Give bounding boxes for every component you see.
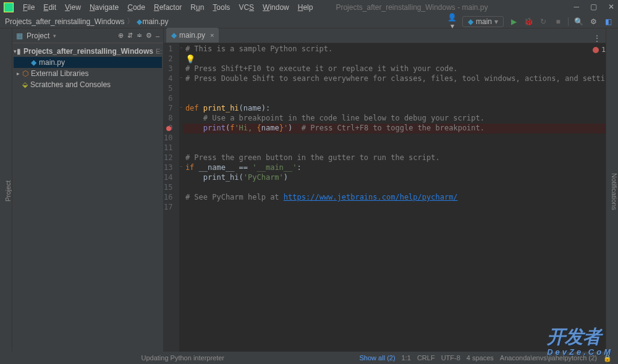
inspection-indicator[interactable]: 1 ˆ ˇ <box>593 46 606 54</box>
app-logo <box>4 2 14 12</box>
tree-ext-label: External Libraries <box>31 69 88 78</box>
menu-tools[interactable]: Tools <box>208 1 234 14</box>
collapse-all-icon[interactable]: ≑ <box>137 32 142 40</box>
dropdown-icon: ▾ <box>494 17 498 26</box>
stop-button[interactable]: ■ <box>553 17 563 26</box>
settings-icon[interactable]: ⚙ <box>588 17 598 26</box>
status-eol[interactable]: CRLF <box>417 354 435 362</box>
folder-icon: ▮ <box>17 47 21 56</box>
menu-vcs[interactable]: VCS <box>234 1 258 14</box>
status-encoding[interactable]: UTF-8 <box>441 354 460 362</box>
tab-list-icon[interactable]: ⋮ <box>593 34 601 43</box>
dropdown-icon[interactable]: ▾ <box>53 33 56 39</box>
status-message: Updating Python interpreter <box>6 354 360 362</box>
code-area[interactable]: 1234567891011121314151617 ---- 1 ˆ ˇ # T… <box>164 43 606 352</box>
more-run-icon[interactable]: ↻ <box>538 17 548 26</box>
project-pane: ▦ Project ▾ ⊕ ⇵ ≑ ⚙ – ▾ ▮ Projects_after… <box>12 28 164 352</box>
error-dot-icon <box>593 47 599 53</box>
maximize-button[interactable]: ▢ <box>590 2 597 11</box>
tab-label: main.py <box>179 31 205 40</box>
editor-tab-bar: ◆ main.py × ⋮ <box>164 28 606 43</box>
tree-root-path: E:\ ... \PyCh <box>156 48 162 55</box>
editor-area: ◆ main.py × ⋮ 1234567891011121314151617 … <box>164 28 606 352</box>
rail-notifications[interactable]: Notifications <box>611 169 618 214</box>
menu-refactor[interactable]: Refactor <box>150 1 186 14</box>
run-config-name: main <box>476 17 492 26</box>
status-interpreter[interactable]: Anaconda\envs\jiahelpytorch (2) <box>500 354 597 362</box>
menu-view[interactable]: View <box>61 1 85 14</box>
window-title: Projects_after_reinstalling_Windows - ma… <box>336 3 488 12</box>
line-gutter[interactable]: 1234567891011121314151617 <box>164 43 179 352</box>
code-content[interactable]: 1 ˆ ˇ # This is a sample Python script.💡… <box>183 43 606 352</box>
close-tab-icon[interactable]: × <box>210 32 214 39</box>
tree-scratch-label: Scratches and Consoles <box>30 80 111 89</box>
menu-help[interactable]: Help <box>294 1 318 14</box>
project-tree: ▾ ▮ Projects_after_reinstalling_Windows … <box>12 43 163 93</box>
tree-root[interactable]: ▾ ▮ Projects_after_reinstalling_Windows … <box>14 46 162 57</box>
python-file-icon: ◆ <box>31 58 36 67</box>
menu-file[interactable]: File <box>19 1 39 14</box>
scratch-icon: ⬙ <box>22 80 28 89</box>
user-icon[interactable]: 👤▾ <box>447 13 457 30</box>
status-caret-pos[interactable]: 1:1 <box>402 354 411 362</box>
editor-tab-main[interactable]: ◆ main.py × <box>166 28 219 43</box>
breadcrumb-project[interactable]: Projects_after_reinstalling_Windows <box>5 17 124 26</box>
python-file-icon: ◆ <box>171 31 177 40</box>
debug-button[interactable]: 🐞 <box>523 17 533 26</box>
lock-icon[interactable]: 🔒 <box>603 354 612 362</box>
run-configuration[interactable]: ◆ main ▾ <box>462 16 504 27</box>
library-icon: ⬡ <box>22 69 28 78</box>
left-tool-rail: Project Structure Bookmarks <box>0 28 12 352</box>
project-pane-title[interactable]: Project <box>27 32 49 40</box>
menu-edit[interactable]: Edit <box>39 1 61 14</box>
right-tool-rail: Notifications <box>606 28 618 352</box>
select-opened-icon[interactable]: ⊕ <box>118 32 124 40</box>
tree-scratches[interactable]: ⬙ Scratches and Consoles <box>14 79 162 90</box>
pane-settings-icon[interactable]: ⚙ <box>146 32 152 40</box>
run-button[interactable]: ▶ <box>509 17 519 26</box>
status-bar: Updating Python interpreter Show all (2)… <box>0 352 618 364</box>
status-showall[interactable]: Show all (2) <box>360 354 396 362</box>
tree-external-libs[interactable]: ▸ ⬡ External Libraries <box>14 68 162 79</box>
window-controls: ─ ▢ ✕ <box>574 2 614 11</box>
tree-file-main[interactable]: ◆ main.py <box>14 57 162 68</box>
navigation-bar: Projects_after_reinstalling_Windows 〉 ◆ … <box>0 15 618 28</box>
search-icon[interactable]: 🔍 <box>574 17 583 26</box>
close-button[interactable]: ✕ <box>608 2 614 11</box>
rail-project[interactable]: Project <box>4 177 12 205</box>
expand-icon[interactable]: ▸ <box>14 70 22 77</box>
tree-root-label: Projects_after_reinstalling_Windows <box>23 47 153 56</box>
tree-file-label: main.py <box>39 58 65 67</box>
breadcrumb-file[interactable]: main.py <box>142 17 168 26</box>
project-pane-header: ▦ Project ▾ ⊕ ⇵ ≑ ⚙ – <box>12 28 163 43</box>
minimize-button[interactable]: ─ <box>574 2 579 11</box>
plugins-icon[interactable]: ◧ <box>603 17 613 26</box>
menu-code[interactable]: Code <box>123 1 150 14</box>
python-icon: ◆ <box>468 17 473 26</box>
hide-pane-icon[interactable]: – <box>156 32 159 40</box>
python-file-icon: ◆ <box>137 17 142 26</box>
menu-navigate[interactable]: Navigate <box>85 1 123 14</box>
status-indent[interactable]: 4 spaces <box>467 354 494 362</box>
project-view-icon: ▦ <box>16 32 23 40</box>
menu-run[interactable]: Run <box>186 1 208 14</box>
menu-window[interactable]: Window <box>258 1 294 14</box>
error-count: 1 <box>601 46 606 54</box>
expand-all-icon[interactable]: ⇵ <box>127 32 133 40</box>
